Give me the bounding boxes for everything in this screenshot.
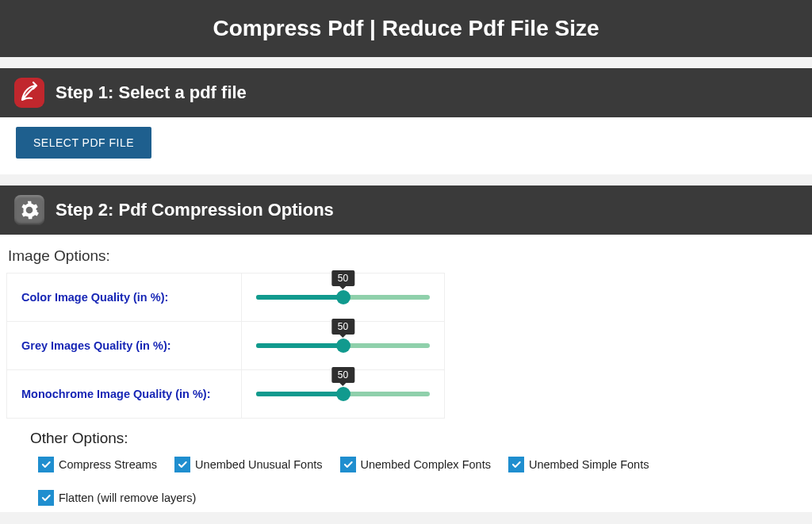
step1-header: Step 1: Select a pdf file <box>0 68 812 117</box>
slider-thumb[interactable] <box>336 387 350 401</box>
slider-label: Grey Images Quality (in %): <box>7 322 242 370</box>
slider-label: Monochrome Image Quality (in %): <box>7 370 242 419</box>
slider-cell: 50 <box>242 370 445 419</box>
slider-table: Color Image Quality (in %):50Grey Images… <box>6 273 445 419</box>
slider-fill <box>256 295 343 300</box>
slider-tooltip: 50 <box>331 367 354 383</box>
checkbox[interactable] <box>38 490 54 506</box>
checkbox-item[interactable]: Unembed Complex Fonts <box>340 457 491 472</box>
checkbox-item[interactable]: Unembed Simple Fonts <box>508 457 649 472</box>
checkbox-label: Unembed Simple Fonts <box>529 458 649 471</box>
select-pdf-button[interactable]: SELECT PDF FILE <box>16 127 151 159</box>
divider <box>0 174 812 186</box>
checkbox[interactable] <box>508 457 524 472</box>
checkbox[interactable] <box>38 457 54 472</box>
slider-tooltip: 50 <box>331 270 354 286</box>
checkbox[interactable] <box>174 457 190 472</box>
slider-cell: 50 <box>242 322 445 370</box>
slider-row: Monochrome Image Quality (in %):50 <box>7 370 445 419</box>
slider-label: Color Image Quality (in %): <box>7 273 242 322</box>
checkbox-label: Unembed Unusual Fonts <box>195 458 322 471</box>
checkbox-item[interactable]: Unembed Unusual Fonts <box>174 457 322 472</box>
slider-cell: 50 <box>242 273 445 322</box>
slider-fill <box>256 343 343 348</box>
checkbox[interactable] <box>340 457 356 472</box>
step1-heading: Step 1: Select a pdf file <box>56 82 247 103</box>
gear-icon <box>14 195 44 225</box>
slider-tooltip: 50 <box>331 319 354 335</box>
step2-header: Step 2: Pdf Compression Options <box>0 186 812 235</box>
page-title: Compress Pdf | Reduce Pdf File Size <box>0 0 812 57</box>
divider <box>0 57 812 68</box>
quality-slider[interactable]: 50 <box>256 391 430 397</box>
slider-row: Color Image Quality (in %):50 <box>7 273 445 322</box>
checkbox-label: Flatten (will remove layers) <box>59 491 196 504</box>
pdf-icon <box>14 78 44 108</box>
slider-thumb[interactable] <box>336 290 350 304</box>
step2-heading: Step 2: Pdf Compression Options <box>56 200 334 220</box>
slider-thumb[interactable] <box>336 338 350 353</box>
step1-body: SELECT PDF FILE <box>0 117 812 174</box>
slider-fill <box>256 392 343 396</box>
checkbox-item[interactable]: Flatten (will remove layers) <box>38 490 196 506</box>
checkbox-item[interactable]: Compress Streams <box>38 457 157 472</box>
other-options-heading: Other Options: <box>30 430 806 447</box>
checkbox-label: Unembed Complex Fonts <box>361 458 491 471</box>
slider-row: Grey Images Quality (in %):50 <box>7 322 445 370</box>
checkbox-label: Compress Streams <box>59 458 157 471</box>
quality-slider[interactable]: 50 <box>256 294 430 300</box>
step2-body: Image Options: Color Image Quality (in %… <box>0 235 812 512</box>
image-options-heading: Image Options: <box>8 247 806 265</box>
quality-slider[interactable]: 50 <box>256 342 430 349</box>
checkbox-row: Compress StreamsUnembed Unusual FontsUne… <box>6 457 806 506</box>
